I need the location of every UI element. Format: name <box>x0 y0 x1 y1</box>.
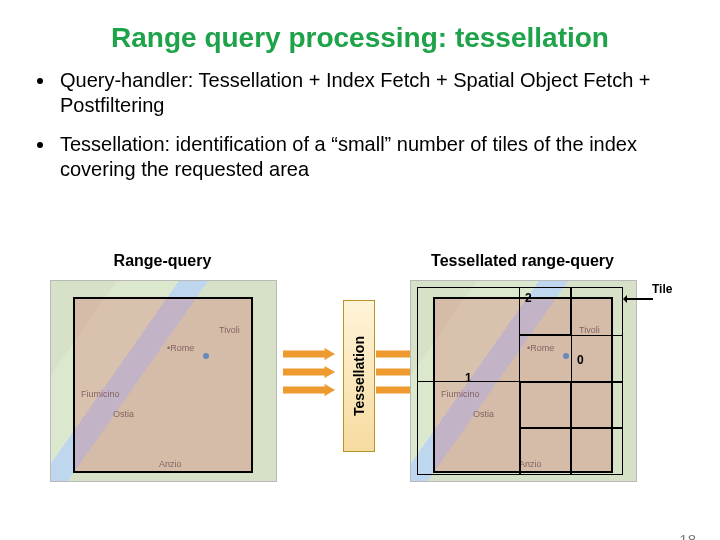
arrow-icon <box>283 366 335 378</box>
slide: Range query processing: tessellation Que… <box>0 22 720 540</box>
arrow-icon <box>283 348 335 360</box>
diagram-header-left: Range-query <box>50 252 275 270</box>
arrow-icon <box>283 384 335 396</box>
tessellation-process-label: Tessellation <box>351 336 367 416</box>
tile-number-2: 2 <box>525 291 532 305</box>
tile-caption: Tile <box>652 282 672 296</box>
tile-cell <box>570 381 623 429</box>
tile-cell <box>570 287 623 336</box>
bullet-item: Tessellation: identification of a “small… <box>56 132 684 182</box>
tile-cell <box>417 381 521 475</box>
tile-cell <box>570 427 623 475</box>
tile-cell <box>519 381 572 429</box>
tile-number-1: 1 <box>465 371 472 385</box>
page-number: 18 <box>679 531 696 540</box>
tile-cell <box>519 427 572 475</box>
map-tessellated: Tivoli •Rome Fiumicino Ostia Anzio 0 1 2 <box>410 280 637 482</box>
bullet-list: Query-handler: Tessellation + Index Fetc… <box>36 68 684 182</box>
bullet-item: Query-handler: Tessellation + Index Fetc… <box>56 68 684 118</box>
diagram: Range-query Tessellated range-query Tivo… <box>50 252 670 500</box>
tile-number-0: 0 <box>577 353 584 367</box>
tessellation-process-box: Tessellation <box>343 300 375 452</box>
tile-leader-arrow <box>625 298 653 300</box>
map-range-query: Tivoli •Rome Fiumicino Ostia Anzio <box>50 280 277 482</box>
arrow-group-left <box>283 342 335 402</box>
slide-title: Range query processing: tessellation <box>40 22 680 54</box>
diagram-header-right: Tessellated range-query <box>410 252 635 270</box>
tile-cell <box>519 334 572 383</box>
range-selection-box <box>73 297 253 473</box>
